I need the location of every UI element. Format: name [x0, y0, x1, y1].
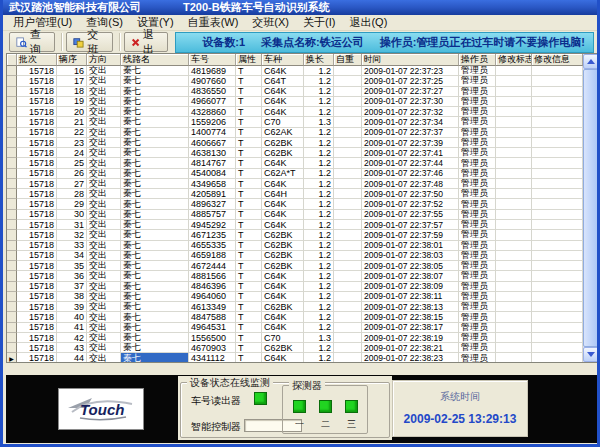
table-cell[interactable]: [334, 179, 362, 189]
table-cell[interactable]: 1559206: [189, 117, 236, 127]
table-cell[interactable]: 1.2: [304, 97, 334, 107]
table-cell[interactable]: 1.2: [304, 189, 334, 199]
table-cell[interactable]: T: [236, 189, 262, 199]
table-cell[interactable]: 秦七: [121, 199, 189, 209]
table-cell[interactable]: [334, 292, 362, 302]
table-row[interactable]: 1571834交出秦七4659188TC62BK1.22009-01-07 22…: [7, 251, 583, 261]
table-cell[interactable]: [532, 333, 583, 343]
column-header[interactable]: 操作员: [459, 54, 496, 66]
table-cell[interactable]: 秦七: [121, 353, 189, 362]
table-cell[interactable]: 管理员: [459, 189, 496, 199]
table-cell[interactable]: 15718: [17, 261, 57, 271]
table-cell[interactable]: 交出: [87, 87, 121, 97]
table-row[interactable]: 1571820交出秦七4328860TC64K1.22009-01-07 22:…: [7, 107, 583, 117]
table-cell[interactable]: C64K: [262, 199, 304, 209]
table-cell[interactable]: 2009-01-07 22:37:34: [362, 117, 459, 127]
column-header[interactable]: 属性: [236, 54, 262, 66]
column-header[interactable]: 自重: [334, 54, 362, 66]
table-cell[interactable]: [334, 282, 362, 292]
table-cell[interactable]: 秦七: [121, 158, 189, 168]
table-cell[interactable]: 40: [57, 312, 87, 322]
table-cell[interactable]: 交出: [87, 302, 121, 312]
table-row[interactable]: 1571842交出秦七1556500TC701.32009-01-07 22:3…: [7, 333, 583, 343]
table-cell[interactable]: 1.2: [304, 282, 334, 292]
table-cell[interactable]: 管理员: [459, 117, 496, 127]
table-row[interactable]: 1571816交出秦七4819689TC64K1.22009-01-07 22:…: [7, 66, 583, 76]
table-cell[interactable]: [496, 323, 532, 333]
table-cell[interactable]: 2009-01-07 22:38:15: [362, 312, 459, 322]
table-cell[interactable]: 管理员: [459, 353, 496, 362]
table-cell[interactable]: 4659188: [189, 251, 236, 261]
table-cell[interactable]: 15718: [17, 292, 57, 302]
table-cell[interactable]: 31: [57, 220, 87, 230]
table-cell[interactable]: 2009-01-07 22:38:03: [362, 251, 459, 261]
table-cell[interactable]: 1.2: [304, 87, 334, 97]
table-row[interactable]: 1571827交出秦七4349658TC64K1.22009-01-07 22:…: [7, 179, 583, 189]
table-cell[interactable]: [496, 210, 532, 220]
table-cell[interactable]: [496, 271, 532, 281]
table-cell[interactable]: [334, 87, 362, 97]
table-cell[interactable]: 秦七: [121, 138, 189, 148]
table-cell[interactable]: 管理员: [459, 343, 496, 353]
table-cell[interactable]: T: [236, 76, 262, 86]
table-cell[interactable]: 1.2: [304, 148, 334, 158]
table-cell[interactable]: 交出: [87, 251, 121, 261]
table-cell[interactable]: 24: [57, 148, 87, 158]
table-cell[interactable]: 秦七: [121, 323, 189, 333]
table-cell[interactable]: T: [236, 66, 262, 76]
table-cell[interactable]: 1.2: [304, 323, 334, 333]
table-cell[interactable]: T: [236, 251, 262, 261]
table-cell[interactable]: 2009-01-07 22:37:48: [362, 179, 459, 189]
table-cell[interactable]: C70: [262, 117, 304, 127]
table-row[interactable]: 1571818交出秦七4836550TC64K1.22009-01-07 22:…: [7, 87, 583, 97]
table-cell[interactable]: C64K: [262, 271, 304, 281]
table-cell[interactable]: 交出: [87, 261, 121, 271]
table-cell[interactable]: 15718: [17, 158, 57, 168]
table-cell[interactable]: C62BK: [262, 138, 304, 148]
table-cell[interactable]: 15718: [17, 128, 57, 138]
table-cell[interactable]: [532, 158, 583, 168]
table-cell[interactable]: 1.2: [304, 220, 334, 230]
table-cell[interactable]: 2009-01-07 22:37:37: [362, 128, 459, 138]
table-cell[interactable]: 管理员: [459, 220, 496, 230]
table-cell[interactable]: 交出: [87, 189, 121, 199]
table-cell[interactable]: 15718: [17, 107, 57, 117]
table-cell[interactable]: 管理员: [459, 66, 496, 76]
table-row[interactable]: 1571832交出秦七4671235TC62BK1.22009-01-07 22…: [7, 230, 583, 240]
table-row[interactable]: 1571825交出秦七4814767TC64K1.22009-01-07 22:…: [7, 158, 583, 168]
table-cell[interactable]: [334, 312, 362, 322]
table-cell[interactable]: [496, 353, 532, 362]
column-header[interactable]: 线路名: [121, 54, 189, 66]
table-cell[interactable]: 2009-01-07 22:37:59: [362, 230, 459, 240]
table-cell[interactable]: C64K: [262, 353, 304, 362]
table-cell[interactable]: 2009-01-07 22:38:13: [362, 302, 459, 312]
table-cell[interactable]: 交出: [87, 333, 121, 343]
table-cell[interactable]: [496, 343, 532, 353]
table-cell[interactable]: 1.2: [304, 158, 334, 168]
table-cell[interactable]: T: [236, 158, 262, 168]
table-cell[interactable]: 1.2: [304, 179, 334, 189]
table-cell[interactable]: [532, 292, 583, 302]
table-cell[interactable]: 2009-01-07 22:37:50: [362, 189, 459, 199]
table-cell[interactable]: [496, 97, 532, 107]
column-header[interactable]: 车种: [262, 54, 304, 66]
table-cell[interactable]: [334, 323, 362, 333]
table-cell[interactable]: 管理员: [459, 158, 496, 168]
table-cell[interactable]: C64K: [262, 282, 304, 292]
table-cell[interactable]: 秦七: [121, 312, 189, 322]
table-cell[interactable]: 秦七: [121, 189, 189, 199]
table-cell[interactable]: C64K: [262, 158, 304, 168]
table-cell[interactable]: 27: [57, 179, 87, 189]
table-cell[interactable]: [334, 251, 362, 261]
table-cell[interactable]: [532, 138, 583, 148]
table-cell[interactable]: 15718: [17, 323, 57, 333]
table-cell[interactable]: C64K: [262, 179, 304, 189]
table-cell[interactable]: 管理员: [459, 128, 496, 138]
table-cell[interactable]: 秦七: [121, 282, 189, 292]
table-cell[interactable]: T: [236, 323, 262, 333]
table-cell[interactable]: 交出: [87, 117, 121, 127]
table-cell[interactable]: 2009-01-07 22:37:57: [362, 220, 459, 230]
table-cell[interactable]: 4847588: [189, 312, 236, 322]
table-row[interactable]: 1571821交出秦七1559206TC701.32009-01-07 22:3…: [7, 117, 583, 127]
table-cell[interactable]: C64K: [262, 107, 304, 117]
